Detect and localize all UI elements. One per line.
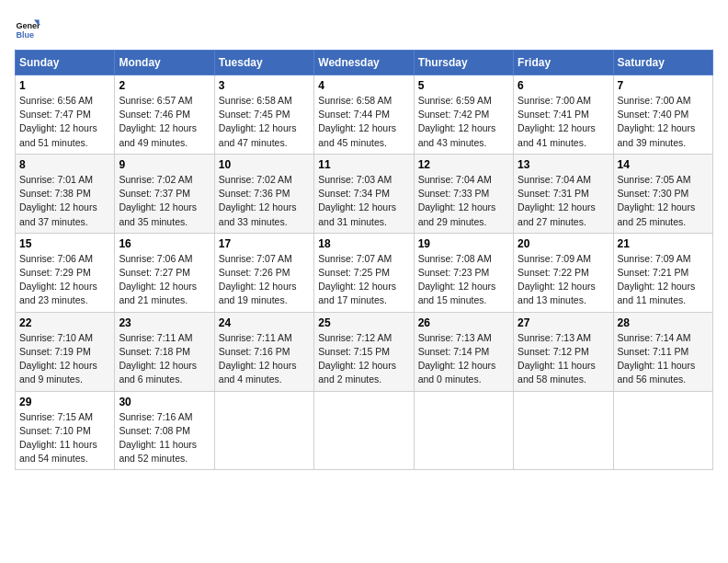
column-header-thursday: Thursday xyxy=(414,51,513,75)
calendar-week-row: 15 Sunrise: 7:06 AM Sunset: 7:29 PM Dayl… xyxy=(16,233,713,312)
day-info: Sunrise: 7:13 AM Sunset: 7:12 PM Dayligh… xyxy=(518,331,609,387)
day-info: Sunrise: 7:13 AM Sunset: 7:14 PM Dayligh… xyxy=(418,331,509,387)
day-number: 27 xyxy=(518,316,609,329)
day-info: Sunrise: 6:58 AM Sunset: 7:45 PM Dayligh… xyxy=(219,94,310,150)
day-number: 26 xyxy=(418,316,509,329)
day-number: 30 xyxy=(119,396,210,408)
day-info: Sunrise: 7:02 AM Sunset: 7:36 PM Dayligh… xyxy=(219,173,310,229)
table-row: 23 Sunrise: 7:11 AM Sunset: 7:18 PM Dayl… xyxy=(115,312,214,391)
day-info: Sunrise: 7:04 AM Sunset: 7:31 PM Dayligh… xyxy=(518,173,609,229)
day-number: 1 xyxy=(19,79,110,92)
table-row: 30 Sunrise: 7:16 AM Sunset: 7:08 PM Dayl… xyxy=(115,391,214,470)
calendar-week-row: 8 Sunrise: 7:01 AM Sunset: 7:38 PM Dayli… xyxy=(16,154,713,233)
day-number: 5 xyxy=(418,79,509,92)
day-info: Sunrise: 7:10 AM Sunset: 7:19 PM Dayligh… xyxy=(19,331,110,387)
table-row: 25 Sunrise: 7:12 AM Sunset: 7:15 PM Dayl… xyxy=(314,312,414,391)
table-row: 5 Sunrise: 6:59 AM Sunset: 7:42 PM Dayli… xyxy=(414,75,513,155)
day-info: Sunrise: 7:00 AM Sunset: 7:40 PM Dayligh… xyxy=(618,94,709,150)
column-header-sunday: Sunday xyxy=(16,51,115,75)
table-row: 17 Sunrise: 7:07 AM Sunset: 7:26 PM Dayl… xyxy=(214,233,313,312)
day-info: Sunrise: 7:12 AM Sunset: 7:15 PM Dayligh… xyxy=(318,331,409,387)
table-row: 19 Sunrise: 7:08 AM Sunset: 7:23 PM Dayl… xyxy=(414,233,513,312)
day-number: 29 xyxy=(19,396,110,408)
table-row: 9 Sunrise: 7:02 AM Sunset: 7:37 PM Dayli… xyxy=(115,154,214,233)
day-info: Sunrise: 7:11 AM Sunset: 7:18 PM Dayligh… xyxy=(119,331,210,387)
table-row: 12 Sunrise: 7:04 AM Sunset: 7:33 PM Dayl… xyxy=(414,154,513,233)
table-row: 11 Sunrise: 7:03 AM Sunset: 7:34 PM Dayl… xyxy=(314,154,414,233)
day-info: Sunrise: 7:09 AM Sunset: 7:22 PM Dayligh… xyxy=(518,252,609,308)
table-row: 13 Sunrise: 7:04 AM Sunset: 7:31 PM Dayl… xyxy=(514,154,613,233)
calendar: SundayMondayTuesdayWednesdayThursdayFrid… xyxy=(15,50,713,470)
table-row: 10 Sunrise: 7:02 AM Sunset: 7:36 PM Dayl… xyxy=(214,154,313,233)
day-info: Sunrise: 6:56 AM Sunset: 7:47 PM Dayligh… xyxy=(19,94,110,150)
table-row: 15 Sunrise: 7:06 AM Sunset: 7:29 PM Dayl… xyxy=(16,233,115,312)
day-number: 23 xyxy=(119,316,210,329)
column-header-wednesday: Wednesday xyxy=(314,51,414,75)
calendar-week-row: 1 Sunrise: 6:56 AM Sunset: 7:47 PM Dayli… xyxy=(16,75,713,155)
table-row xyxy=(314,391,414,470)
svg-text:Blue: Blue xyxy=(16,30,34,40)
day-number: 22 xyxy=(19,316,110,329)
table-row: 18 Sunrise: 7:07 AM Sunset: 7:25 PM Dayl… xyxy=(314,233,414,312)
table-row: 22 Sunrise: 7:10 AM Sunset: 7:19 PM Dayl… xyxy=(16,312,115,391)
day-number: 28 xyxy=(618,316,709,329)
day-number: 15 xyxy=(19,237,110,250)
day-number: 8 xyxy=(19,158,110,171)
day-number: 6 xyxy=(518,79,609,92)
day-number: 7 xyxy=(618,79,709,92)
day-info: Sunrise: 7:03 AM Sunset: 7:34 PM Dayligh… xyxy=(318,173,409,229)
day-info: Sunrise: 7:00 AM Sunset: 7:41 PM Dayligh… xyxy=(518,94,609,150)
day-info: Sunrise: 7:05 AM Sunset: 7:30 PM Dayligh… xyxy=(618,173,709,229)
day-number: 24 xyxy=(219,316,310,329)
day-info: Sunrise: 7:11 AM Sunset: 7:16 PM Dayligh… xyxy=(219,331,310,387)
table-row: 28 Sunrise: 7:14 AM Sunset: 7:11 PM Dayl… xyxy=(613,312,712,391)
table-row: 21 Sunrise: 7:09 AM Sunset: 7:21 PM Dayl… xyxy=(613,233,712,312)
table-row: 14 Sunrise: 7:05 AM Sunset: 7:30 PM Dayl… xyxy=(613,154,712,233)
table-row: 4 Sunrise: 6:58 AM Sunset: 7:44 PM Dayli… xyxy=(314,75,414,155)
table-row: 1 Sunrise: 6:56 AM Sunset: 7:47 PM Dayli… xyxy=(16,75,115,155)
day-info: Sunrise: 6:59 AM Sunset: 7:42 PM Dayligh… xyxy=(418,94,509,150)
day-number: 13 xyxy=(518,158,609,171)
column-header-monday: Monday xyxy=(115,51,214,75)
table-row: 8 Sunrise: 7:01 AM Sunset: 7:38 PM Dayli… xyxy=(16,154,115,233)
table-row xyxy=(214,391,313,470)
column-header-saturday: Saturday xyxy=(613,51,712,75)
day-number: 25 xyxy=(318,316,409,329)
day-info: Sunrise: 7:06 AM Sunset: 7:29 PM Dayligh… xyxy=(19,252,110,308)
table-row: 29 Sunrise: 7:15 AM Sunset: 7:10 PM Dayl… xyxy=(16,391,115,470)
day-number: 10 xyxy=(219,158,310,171)
table-row: 6 Sunrise: 7:00 AM Sunset: 7:41 PM Dayli… xyxy=(514,75,613,155)
day-number: 14 xyxy=(618,158,709,171)
column-header-friday: Friday xyxy=(514,51,613,75)
day-number: 9 xyxy=(119,158,210,171)
day-info: Sunrise: 7:09 AM Sunset: 7:21 PM Dayligh… xyxy=(618,252,709,308)
calendar-week-row: 22 Sunrise: 7:10 AM Sunset: 7:19 PM Dayl… xyxy=(16,312,713,391)
day-info: Sunrise: 7:14 AM Sunset: 7:11 PM Dayligh… xyxy=(618,331,709,387)
day-info: Sunrise: 7:16 AM Sunset: 7:08 PM Dayligh… xyxy=(119,410,210,466)
calendar-header-row: SundayMondayTuesdayWednesdayThursdayFrid… xyxy=(16,51,713,75)
table-row: 3 Sunrise: 6:58 AM Sunset: 7:45 PM Dayli… xyxy=(214,75,313,155)
day-info: Sunrise: 7:08 AM Sunset: 7:23 PM Dayligh… xyxy=(418,252,509,308)
table-row: 16 Sunrise: 7:06 AM Sunset: 7:27 PM Dayl… xyxy=(115,233,214,312)
header: General Blue xyxy=(15,15,713,40)
table-row: 7 Sunrise: 7:00 AM Sunset: 7:40 PM Dayli… xyxy=(613,75,712,155)
table-row: 20 Sunrise: 7:09 AM Sunset: 7:22 PM Dayl… xyxy=(514,233,613,312)
column-header-tuesday: Tuesday xyxy=(214,51,313,75)
day-number: 11 xyxy=(318,158,409,171)
day-info: Sunrise: 6:58 AM Sunset: 7:44 PM Dayligh… xyxy=(318,94,409,150)
day-info: Sunrise: 7:04 AM Sunset: 7:33 PM Dayligh… xyxy=(418,173,509,229)
table-row xyxy=(514,391,613,470)
day-number: 4 xyxy=(318,79,409,92)
day-info: Sunrise: 7:06 AM Sunset: 7:27 PM Dayligh… xyxy=(119,252,210,308)
day-number: 17 xyxy=(219,237,310,250)
day-number: 18 xyxy=(318,237,409,250)
day-info: Sunrise: 7:07 AM Sunset: 7:25 PM Dayligh… xyxy=(318,252,409,308)
table-row xyxy=(414,391,513,470)
day-number: 20 xyxy=(518,237,609,250)
logo-icon: General Blue xyxy=(15,15,40,40)
day-number: 19 xyxy=(418,237,509,250)
day-info: Sunrise: 7:01 AM Sunset: 7:38 PM Dayligh… xyxy=(19,173,110,229)
day-number: 21 xyxy=(618,237,709,250)
day-info: Sunrise: 7:15 AM Sunset: 7:10 PM Dayligh… xyxy=(19,410,110,466)
logo: General Blue xyxy=(15,15,40,40)
